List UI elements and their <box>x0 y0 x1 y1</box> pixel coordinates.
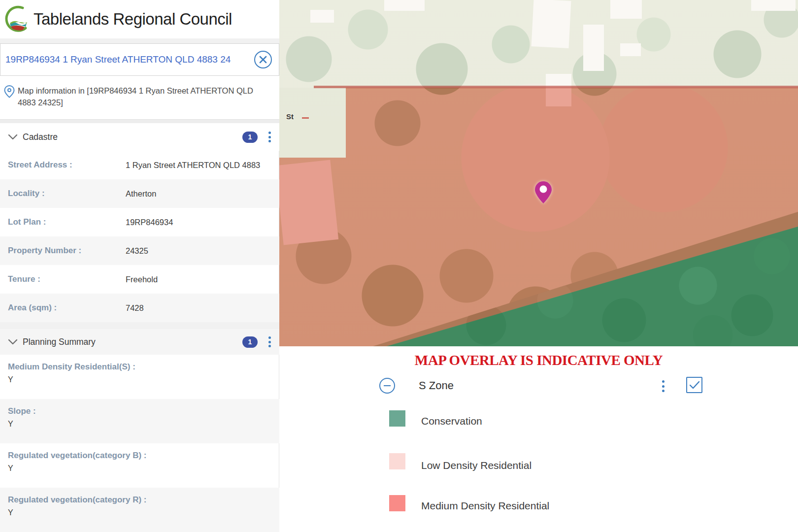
search-input[interactable] <box>5 54 253 65</box>
field-label: Lot Plan : <box>8 217 126 227</box>
section-title: Planning Summary <box>23 337 96 347</box>
kebab-menu-icon[interactable] <box>266 335 273 348</box>
street-name-label: St <box>286 112 294 121</box>
chevron-down-icon <box>8 134 18 140</box>
table-row: Medium Density Residential(S) : Y <box>0 355 279 399</box>
result-count-badge: 1 <box>242 132 258 143</box>
field-label: Tenure : <box>8 274 126 284</box>
map-canvas[interactable]: St <box>279 0 798 346</box>
kebab-menu-icon[interactable] <box>266 131 273 143</box>
field-value: Y <box>8 508 274 517</box>
section-title: Cadastre <box>23 132 58 142</box>
field-value: 19RP846934 <box>126 218 173 227</box>
search-box <box>0 43 279 76</box>
header-logo-bar: Tablelands Regional Council <box>0 0 279 38</box>
map-panel: St MAP OVERLAY IS INDICATIVE ONLY S Zone… <box>279 0 798 532</box>
clear-search-icon[interactable] <box>254 51 272 68</box>
field-label: Locality : <box>8 189 126 199</box>
council-logo-icon <box>4 5 33 33</box>
table-row: Lot Plan : 19RP846934 <box>0 208 279 236</box>
street-centerline <box>302 117 309 119</box>
result-count-badge: 1 <box>242 336 258 348</box>
map-overlay-warning-text: MAP OVERLAY IS INDICATIVE ONLY <box>279 352 798 368</box>
council-logo-text: Tablelands Regional Council <box>33 10 232 29</box>
field-label: Street Address : <box>8 160 126 170</box>
field-label: Area (sqm) : <box>8 303 126 313</box>
field-label: Medium Density Residential(S) : <box>8 362 274 372</box>
field-value: 24325 <box>126 246 148 256</box>
app-root: Tablelands Regional Council Map informat… <box>0 0 798 532</box>
legend-label: Medium Density Residential <box>421 500 549 512</box>
field-value: Y <box>8 464 274 473</box>
map-info-banner: Map information in [19RP846934 1 Ryan St… <box>0 76 279 119</box>
divider <box>0 119 279 123</box>
divider <box>0 38 279 43</box>
legend-label: Conservation <box>421 415 482 427</box>
table-row: Locality : Atherton <box>0 179 279 208</box>
field-value: Freehold <box>126 275 158 284</box>
location-pin-icon <box>4 85 17 112</box>
collapse-minus-icon[interactable] <box>379 378 395 394</box>
section-header-planning-summary[interactable]: Planning Summary 1 <box>0 329 279 355</box>
table-row: Area (sqm) : 7428 <box>0 294 279 322</box>
table-row: Tenure : Freehold <box>0 265 279 294</box>
field-value: Y <box>8 375 274 384</box>
legend-swatch-medium-density-residential <box>389 495 405 511</box>
field-value: 7428 <box>126 303 144 313</box>
chevron-down-icon <box>8 339 18 345</box>
cadastre-field-list: Street Address : 1 Ryan Street ATHERTON … <box>0 151 279 322</box>
selected-property-pin-icon[interactable] <box>534 181 553 204</box>
field-value: Atherton <box>126 189 156 199</box>
table-row: Regulated vegetation(category R) : Y <box>0 488 279 532</box>
legend-swatch-conservation <box>389 410 405 427</box>
legend-group-row: S Zone <box>279 377 798 397</box>
divider <box>0 322 279 329</box>
field-value: 1 Ryan Street ATHERTON QLD 4883 <box>126 161 260 170</box>
legend-panel: MAP OVERLAY IS INDICATIVE ONLY S Zone Co… <box>279 346 798 532</box>
map-info-text: Map information in [19RP846934 1 Ryan St… <box>17 85 272 112</box>
table-row: Regulated vegetation(category B) : Y <box>0 443 279 488</box>
legend-group-label: S Zone <box>419 379 454 392</box>
planning-field-list: Medium Density Residential(S) : Y Slope … <box>0 355 279 532</box>
field-label: Property Number : <box>8 246 126 256</box>
unshaded-map-area <box>279 0 798 88</box>
field-label: Slope : <box>8 406 274 416</box>
legend-swatch-low-density-residential <box>389 453 405 469</box>
field-label: Regulated vegetation(category B) : <box>8 451 274 461</box>
zone-boundary-line <box>314 86 798 88</box>
section-header-cadastre[interactable]: Cadastre 1 <box>0 123 279 151</box>
info-sidebar: Tablelands Regional Council Map informat… <box>0 0 279 532</box>
table-row: Slope : Y <box>0 399 279 443</box>
table-row: Street Address : 1 Ryan Street ATHERTON … <box>0 151 279 179</box>
table-row: Property Number : 24325 <box>0 236 279 265</box>
unshaded-street-area <box>279 88 346 158</box>
layer-visibility-checkbox[interactable] <box>686 377 702 393</box>
kebab-menu-icon[interactable] <box>659 379 667 394</box>
legend-label: Low Density Residential <box>421 460 532 471</box>
field-label: Regulated vegetation(category R) : <box>8 495 274 505</box>
field-value: Y <box>8 420 274 429</box>
